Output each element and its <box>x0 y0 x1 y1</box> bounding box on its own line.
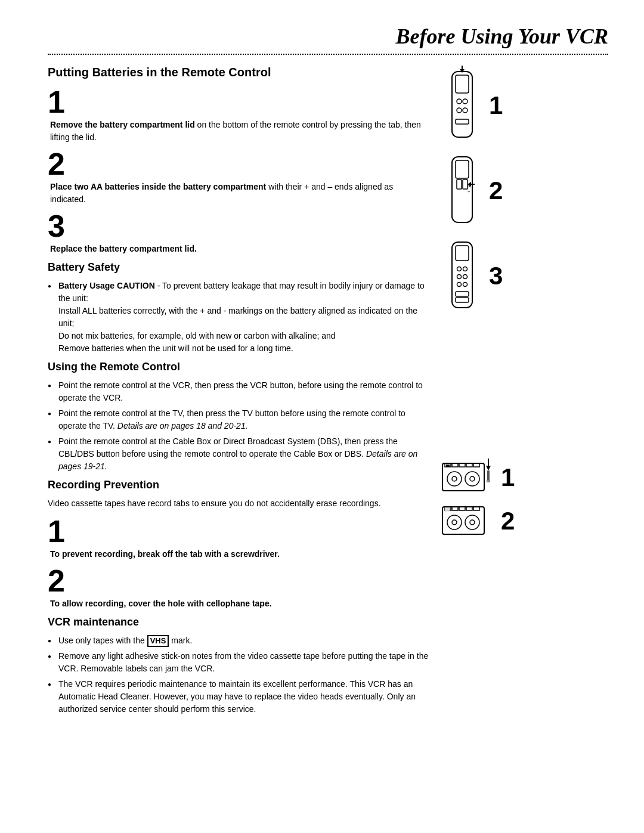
step3-text: Replace the battery compartment lid. <box>50 243 429 255</box>
vcr-maintenance-title: VCR maintenance <box>48 616 429 628</box>
vcr-maintenance-list: Use only tapes with the VHS mark. Remove… <box>48 634 429 716</box>
step3-content: Replace the battery compartment lid. <box>50 243 429 255</box>
recording-prevention-intro: Video cassette tapes have record tabs to… <box>48 497 429 510</box>
svg-point-2 <box>457 99 462 104</box>
step1-text: Remove the battery compartment lid on th… <box>50 119 429 144</box>
svg-point-34 <box>447 472 462 486</box>
remote-bullet-1: Point the remote control at the VCR, the… <box>48 379 429 404</box>
vcr-bullet-3: The VCR requires periodic maintenance to… <box>48 678 429 716</box>
remote-diagram-2: − ✕ + 2 <box>441 151 503 230</box>
svg-point-4 <box>457 108 462 113</box>
svg-marker-40 <box>486 466 491 470</box>
rec-step1-content: To prevent recording, break off the tab … <box>50 548 429 561</box>
vhs-mark: VHS <box>147 635 169 647</box>
svg-point-37 <box>470 476 475 481</box>
remote-bullet-3: Point the remote control at the Cable Bo… <box>48 435 429 473</box>
remote-svg-3 <box>441 236 483 314</box>
battery-safety-section: Battery Safety Battery Usage CAUTION - T… <box>48 261 429 355</box>
page-container: Before Using Your VCR Putting Batteries … <box>0 0 644 833</box>
svg-point-51 <box>465 515 479 529</box>
svg-point-22 <box>457 275 462 279</box>
svg-rect-10 <box>456 160 469 178</box>
vcr-bullet-2: Remove any light adhesive stick-on notes… <box>48 650 429 675</box>
cassette-diagram-1: 1 <box>441 459 515 496</box>
battery-safety-title: Battery Safety <box>48 261 429 274</box>
svg-rect-0 <box>452 72 472 137</box>
step1-bold: Remove the battery compartment lid <box>50 120 195 129</box>
recording-prevention-title: Recording Prevention <box>48 479 429 491</box>
remote-diagrams: 1 − <box>441 66 503 315</box>
svg-rect-11 <box>457 179 462 189</box>
remote-control-list: Point the remote control at the VCR, the… <box>48 379 429 473</box>
step2-bold: Place two AA batteries inside the batter… <box>50 182 266 191</box>
rec-step1-text: To prevent recording, break off the tab … <box>50 548 429 561</box>
diagram-col: 1 − <box>441 66 561 721</box>
svg-point-5 <box>463 108 467 113</box>
cassette-diag-num-1: 1 <box>501 463 515 492</box>
svg-point-49 <box>447 515 462 529</box>
batteries-title: Putting Batteries in the Remote Control <box>48 66 429 79</box>
svg-point-21 <box>463 267 467 271</box>
cassette-svg-2 <box>441 502 495 538</box>
cassette-img-1 <box>441 459 495 496</box>
rec-step2-content: To allow recording, cover the hole with … <box>50 597 429 610</box>
battery-safety-text: Battery Usage CAUTION - To prevent batte… <box>58 281 425 353</box>
remote-svg-2: − ✕ + <box>441 151 483 228</box>
battery-safety-list: Battery Usage CAUTION - To prevent batte… <box>48 280 429 355</box>
remote-img-3 <box>441 236 483 315</box>
svg-rect-41 <box>487 470 490 481</box>
rec-step1-bold: To prevent recording, break off the tab … <box>50 549 280 559</box>
vcr-bullet-1: Use only tapes with the VHS mark. <box>48 634 429 647</box>
rec-step2-bold: To allow recording, cover the hole with … <box>50 599 272 608</box>
step1-content: Remove the battery compartment lid on th… <box>50 119 429 144</box>
remote-diag-num-2: 2 <box>489 176 503 205</box>
remote-img-1 <box>441 66 483 145</box>
batteries-section: Putting Batteries in the Remote Control … <box>48 66 429 255</box>
svg-point-36 <box>465 472 479 486</box>
svg-point-52 <box>470 520 475 525</box>
svg-rect-19 <box>456 246 469 261</box>
battery-safety-item: Battery Usage CAUTION - To prevent batte… <box>48 280 429 355</box>
svg-point-24 <box>457 283 462 287</box>
recording-prevention-section: Recording Prevention Video cassette tape… <box>48 479 429 610</box>
cassette-diagram-2: 2 <box>441 502 515 540</box>
remote-diagram-3: 3 <box>441 236 503 315</box>
remote-img-2: − ✕ + <box>441 151 483 230</box>
svg-rect-28 <box>442 463 484 491</box>
remote-control-section: Using the Remote Control Point the remot… <box>48 361 429 473</box>
svg-rect-38 <box>446 465 450 467</box>
page-title: Before Using Your VCR <box>396 24 608 48</box>
remote-diag-num-1: 1 <box>489 91 503 120</box>
svg-point-25 <box>463 283 467 287</box>
remote-svg-1 <box>441 66 483 143</box>
remote-bullet-2: Point the remote control at the TV, then… <box>48 407 429 432</box>
svg-rect-42 <box>487 480 490 482</box>
cassette-svg-1 <box>441 459 495 494</box>
remote-control-title: Using the Remote Control <box>48 361 429 373</box>
svg-point-3 <box>463 99 467 104</box>
svg-rect-53 <box>445 507 450 511</box>
svg-point-50 <box>452 520 457 525</box>
remote-diagram-1: 1 <box>441 66 503 145</box>
header-divider <box>48 54 608 55</box>
svg-point-20 <box>457 267 462 271</box>
svg-rect-27 <box>456 298 469 302</box>
remote-diag-num-3: 3 <box>489 262 503 290</box>
main-layout: Putting Batteries in the Remote Control … <box>48 66 608 721</box>
svg-point-23 <box>463 275 467 279</box>
cassette-img-2 <box>441 502 495 540</box>
content-col: Putting Batteries in the Remote Control … <box>48 66 429 721</box>
svg-text:+: + <box>467 189 470 194</box>
page-header: Before Using Your VCR <box>48 24 608 49</box>
rec-step1-num: 1 <box>48 516 429 547</box>
svg-rect-6 <box>456 119 469 124</box>
step3-bold: Replace the battery compartment lid. <box>50 244 197 253</box>
cassette-diag-num-2: 2 <box>501 507 515 535</box>
step2-num: 2 <box>48 148 429 179</box>
svg-point-35 <box>452 476 457 481</box>
rec-step2-text: To allow recording, cover the hole with … <box>50 597 429 610</box>
rec-step2-num: 2 <box>48 565 429 596</box>
vcr-maintenance-section: VCR maintenance Use only tapes with the … <box>48 616 429 716</box>
step2-text: Place two AA batteries inside the batter… <box>50 181 429 206</box>
cassette-diagrams: 1 <box>441 459 515 540</box>
